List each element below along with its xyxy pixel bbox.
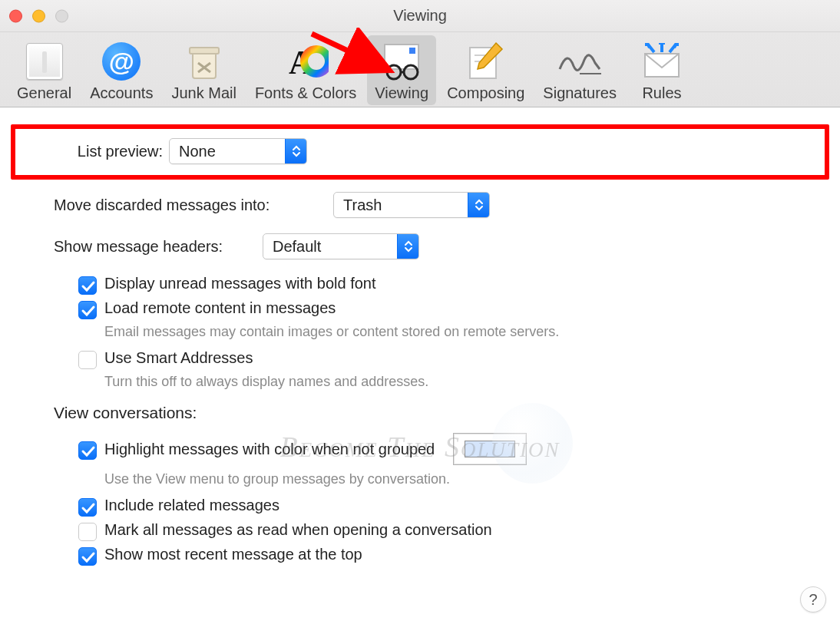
include-related-checkbox[interactable] — [78, 498, 97, 517]
svg-rect-6 — [409, 48, 415, 54]
chevron-up-down-icon — [468, 193, 489, 217]
select-value: Default — [263, 238, 397, 256]
tab-label: Accounts — [90, 84, 153, 102]
tab-label: Signatures — [543, 84, 617, 102]
chevron-up-down-icon — [285, 139, 306, 163]
titlebar: Viewing — [0, 0, 840, 32]
mark-all-read-label: Mark all messages as read when opening a… — [104, 521, 492, 539]
svg-rect-2 — [190, 48, 219, 54]
smart-addresses-hint: Turn this off to always display names an… — [104, 374, 829, 390]
compose-icon — [465, 41, 507, 81]
close-window-button[interactable] — [9, 9, 22, 22]
tab-label: General — [17, 84, 71, 102]
at-icon: @ — [102, 42, 141, 81]
bold-unread-label: Display unread messages with bold font — [104, 275, 376, 292]
select-value: Trash — [334, 196, 468, 214]
signature-icon — [557, 46, 603, 77]
tab-fonts-colors[interactable]: A Fonts & Colors — [247, 35, 364, 105]
switch-icon — [26, 43, 63, 80]
tab-viewing[interactable]: Viewing — [367, 35, 436, 105]
bold-unread-checkbox[interactable] — [78, 276, 97, 295]
svg-point-4 — [304, 49, 329, 74]
smart-addresses-label: Use Smart Addresses — [104, 349, 253, 367]
load-remote-checkbox[interactable] — [78, 301, 97, 319]
highlight-color-well[interactable] — [453, 433, 527, 465]
trash-icon — [185, 41, 223, 81]
select-value: None — [170, 143, 285, 160]
highlight-color-hint: Use the View menu to group messages by c… — [104, 471, 829, 487]
zoom-window-button — [55, 9, 68, 22]
highlight-annotation: List preview: None — [11, 124, 829, 180]
tab-junk-mail[interactable]: Junk Mail — [164, 35, 243, 105]
list-preview-label: List preview: — [23, 143, 169, 160]
list-preview-select[interactable]: None — [169, 138, 307, 164]
preferences-content: List preview: None Move discarded messag… — [0, 107, 840, 564]
tab-rules[interactable]: Rules — [627, 35, 696, 105]
smart-addresses-checkbox[interactable] — [78, 351, 97, 369]
minimize-window-button[interactable] — [32, 9, 45, 22]
tab-composing[interactable]: Composing — [439, 35, 532, 105]
tab-label: Rules — [642, 84, 681, 102]
color-swatch — [465, 441, 515, 457]
svg-rect-1 — [193, 52, 216, 78]
load-remote-label: Load remote content in messages — [104, 299, 336, 317]
fonts-colors-icon: A — [283, 41, 329, 81]
window-controls — [9, 9, 68, 22]
tab-general[interactable]: General — [9, 35, 79, 105]
highlight-color-label: Highlight messages with color when not g… — [104, 441, 435, 458]
glasses-envelope-icon — [379, 41, 425, 81]
include-related-label: Include related messages — [104, 497, 279, 514]
tab-label: Viewing — [375, 84, 428, 102]
chevron-up-down-icon — [397, 234, 418, 259]
show-headers-label: Show message headers: — [11, 238, 263, 256]
tab-label: Fonts & Colors — [255, 84, 356, 102]
load-remote-hint: Email messages may contain images or con… — [104, 324, 829, 340]
recent-top-label: Show most recent message at the top — [104, 546, 362, 563]
view-conversations-label: View conversations: — [54, 404, 829, 422]
rules-icon — [640, 43, 683, 80]
help-button[interactable]: ? — [800, 586, 826, 613]
move-discarded-label: Move discarded messages into: — [11, 196, 333, 214]
preferences-toolbar: General @ Accounts Junk Mail A — [0, 32, 840, 107]
highlight-color-checkbox[interactable] — [78, 441, 97, 460]
window-title: Viewing — [393, 7, 447, 25]
tab-accounts[interactable]: @ Accounts — [82, 35, 160, 105]
recent-top-checkbox[interactable] — [78, 547, 97, 566]
mark-all-read-checkbox[interactable] — [78, 523, 97, 541]
tab-label: Composing — [447, 84, 524, 102]
help-icon: ? — [809, 591, 817, 609]
show-headers-select[interactable]: Default — [263, 233, 419, 259]
tab-signatures[interactable]: Signatures — [535, 35, 624, 105]
tab-label: Junk Mail — [171, 84, 236, 102]
move-discarded-select[interactable]: Trash — [333, 192, 490, 218]
